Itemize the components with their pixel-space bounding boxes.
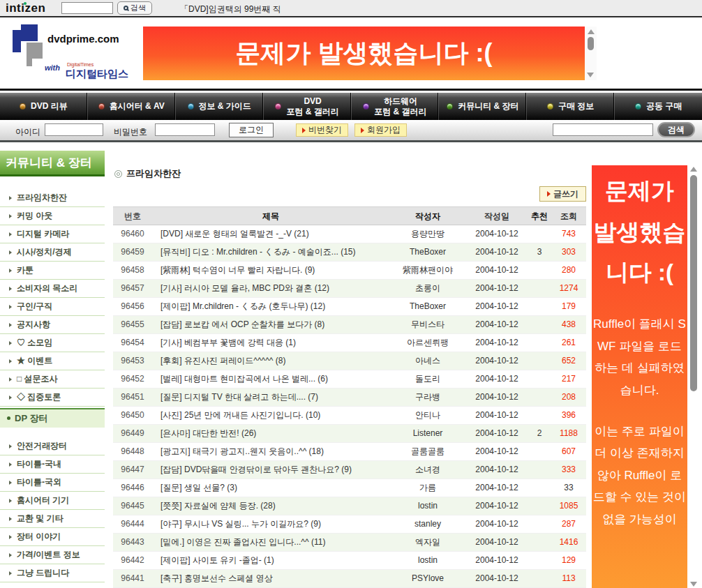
cell-title[interactable]: [뮤직비] 디오 : Mr.children - くるみ - 예술이죠... (…	[152, 243, 389, 261]
cell-title[interactable]: [제이팝] 사이토 유키 -졸업- (1)	[152, 552, 389, 569]
nav-item-1[interactable]: 홈시어터 & AV	[87, 93, 175, 120]
sidebar-item[interactable]: 그냥 드립니다	[0, 564, 105, 582]
news-ticker[interactable]: 「DVD]임권택의 99번째 직	[180, 3, 281, 15]
sidebar-item[interactable]: 가격/이벤트 정보	[0, 546, 105, 564]
nav-item-6[interactable]: 구매 정보	[526, 93, 614, 120]
cell-title[interactable]: [질문] 디지털 TV 한대 살려고 하는데.... (7)	[152, 389, 389, 406]
board-header-row: 번호제목작성자작성일추천조회	[113, 206, 586, 225]
cell-title[interactable]: [紫雨林] 턱수염이 너무 빨리 자랍니다. (9)	[152, 262, 389, 279]
cell-title[interactable]: [DVD] 새로운 형태의 얼룩발견 -_-V (21)	[152, 225, 389, 243]
scroll-up-icon[interactable]	[588, 29, 595, 34]
ad-banner-flash-error[interactable]: 문제가 발생했습니다 :(	[143, 27, 585, 80]
sidebar-item[interactable]: 디지털 카메라	[0, 225, 105, 243]
cell-rec	[528, 497, 551, 515]
cell-title[interactable]: [질문] 생일 선물? (3)	[152, 479, 389, 497]
cell-title[interactable]: [후회] 유진사진 퍼레이드^^^^^ (8)	[152, 352, 389, 370]
sidebar-item[interactable]: ★ 이벤트	[0, 352, 105, 370]
topbar-search-input[interactable]	[61, 2, 113, 14]
signup-button[interactable]: 회원가입	[354, 123, 407, 137]
cell-author[interactable]: lostin	[389, 497, 466, 515]
cell-author[interactable]: 용량만땅	[389, 225, 466, 243]
write-post-button[interactable]: 글쓰기	[539, 186, 586, 202]
cell-author[interactable]: 골룸골룸	[389, 443, 466, 460]
cell-author[interactable]: lostin	[389, 552, 466, 569]
cell-author[interactable]: 무비스타	[389, 316, 466, 333]
site-search-input[interactable]	[553, 123, 653, 136]
sidebar-item[interactable]: 장터 이야기	[0, 528, 105, 546]
sidebar-item[interactable]: 안전거래장터	[0, 437, 105, 455]
login-bar: 아이디 비밀번호 로그인 비번찾기 회원가입 검색	[0, 120, 702, 142]
cell-title[interactable]: [광고지] 태극기 광고지..웬지 웃음이..^^ (18)	[152, 443, 389, 460]
cell-title[interactable]: [욘사마] 대단한 반전! (26)	[152, 425, 389, 442]
sidebar-item[interactable]: 홈시어터 기기	[0, 492, 105, 510]
cell-author[interactable]: PSYlove	[389, 570, 466, 587]
dvdprime-logo[interactable]: dvdprime.com with DigitalTimes 디지털타임스	[11, 23, 140, 87]
sidebar-item[interactable]: ♡ 소모임	[0, 334, 105, 352]
cell-author[interactable]: 안티나	[389, 407, 466, 424]
nav-item-2[interactable]: 정보 & 가이드	[175, 93, 263, 120]
cell-author[interactable]: Listener	[389, 425, 466, 442]
column-header-author: 작성자	[389, 207, 466, 225]
scrollbar-thumb[interactable]	[588, 37, 594, 50]
cell-title[interactable]: [잡담] 로보캅 에서 OCP 순찰차를 보다가 (8)	[152, 316, 389, 333]
cell-title[interactable]: [제이팝] Mr.children - くるみ (호두나무) (12)	[152, 298, 389, 315]
error-headline: 문제가 발생했습니다 :(	[592, 171, 687, 294]
sidebar-item[interactable]: 프라임차한잔	[0, 189, 105, 207]
banner-scrollbar[interactable]	[585, 27, 597, 80]
cell-title[interactable]: [야구] 무시나 VS 실링... 누가 이길까요? (9)	[152, 515, 389, 533]
cell-title[interactable]: [벌레] 대형마트 현미잡곡에서 나온 벌레... (6)	[152, 370, 389, 388]
flash-error-panel[interactable]: 문제가 발생했습니다 :( Ruffle이 플래시 SWF 파일을 로드하는 데…	[592, 165, 687, 588]
search-icon	[124, 6, 128, 10]
panel-scrollbar[interactable]	[688, 165, 699, 588]
cell-title[interactable]: [밑에.] 이영은 진짜 졸업사진 입니다...^^ (11)	[152, 534, 389, 551]
sidebar-item[interactable]: ◇ 집중토론	[0, 389, 105, 407]
id-field[interactable]	[45, 123, 103, 136]
nav-item-4[interactable]: 하드웨어포럼 & 갤러리	[351, 93, 439, 120]
scroll-down-icon[interactable]	[587, 73, 594, 77]
nav-item-0[interactable]: DVD 리뷰	[0, 93, 87, 120]
sidebar-item[interactable]: □ 설문조사	[0, 370, 105, 389]
cell-title[interactable]: [기사] 베컴부부 꽃뱀에 강력 대응 (1)	[152, 334, 389, 352]
cell-author[interactable]: 소녀경	[389, 461, 466, 478]
scroll-up-icon[interactable]	[690, 167, 697, 172]
password-field[interactable]	[155, 123, 215, 136]
column-header-rec: 추천	[528, 207, 551, 225]
nav-item-7[interactable]: 공동 구매	[614, 93, 702, 120]
cell-author[interactable]: 아르센뤼팽	[389, 334, 466, 352]
cell-author[interactable]: 아네스	[389, 352, 466, 370]
cell-author[interactable]: 가름	[389, 479, 466, 497]
sidebar-item[interactable]: 소비자의 목소리	[0, 280, 105, 298]
sidebar-item[interactable]: 공지사항	[0, 316, 105, 334]
cell-author[interactable]: 紫雨林팬이야	[389, 262, 466, 279]
topbar-search-button[interactable]: 검색	[117, 1, 152, 15]
cell-author[interactable]: 돌도리	[389, 370, 466, 388]
nav-item-3[interactable]: DVD포럼 & 갤러리	[263, 93, 351, 120]
cell-views: 1416	[551, 534, 586, 551]
sidebar-section-dp-market[interactable]: DP 장터	[0, 408, 105, 428]
cell-author[interactable]: 초롱이	[389, 280, 466, 297]
sidebar-item[interactable]: 구인/구직	[0, 298, 105, 316]
sidebar-item[interactable]: 시사/정치/경제	[0, 243, 105, 262]
sidebar-item[interactable]: 커밍 아웃	[0, 207, 105, 225]
cell-title[interactable]: [잡담] DVD닦을때 안경닦이로 닦아두 괜찬나요? (9)	[152, 461, 389, 478]
find-password-button[interactable]: 비번찾기	[296, 123, 348, 137]
sidebar-item[interactable]: 교환 및 기타	[0, 510, 105, 528]
cell-title[interactable]: [쯧쯧] 자료실에 얌체 등장. (28)	[152, 497, 389, 515]
cell-title[interactable]: [기사] 러시아 모델 율라, MBC PD와 결혼 (12)	[152, 280, 389, 297]
nav-item-5[interactable]: 커뮤니티 & 장터	[438, 93, 526, 120]
cell-title[interactable]: [사진] 25년 만에 꺼내든 사진기입니다. (10)	[152, 407, 389, 424]
sidebar-item[interactable]: 타이틀-국외	[0, 474, 105, 492]
cell-author[interactable]: TheBoxer	[389, 298, 466, 315]
site-search-button[interactable]: 검색	[657, 122, 695, 137]
cell-author[interactable]: 엑자일	[389, 534, 466, 551]
cell-author[interactable]: stanley	[389, 515, 466, 533]
cell-author[interactable]: TheBoxer	[389, 243, 466, 261]
cell-author[interactable]: 구라뱅	[389, 389, 466, 406]
login-button[interactable]: 로그인	[229, 123, 274, 137]
sidebar-item[interactable]: 타이틀-국내	[0, 455, 105, 474]
scrollbar-thumb[interactable]	[690, 175, 697, 391]
sidebar-item[interactable]: 카툰	[0, 262, 105, 280]
scroll-down-icon[interactable]	[690, 582, 697, 587]
arrow-right-icon	[9, 571, 12, 575]
cell-title[interactable]: [축구] 홍명보선수 스페셜 영상	[152, 570, 389, 587]
